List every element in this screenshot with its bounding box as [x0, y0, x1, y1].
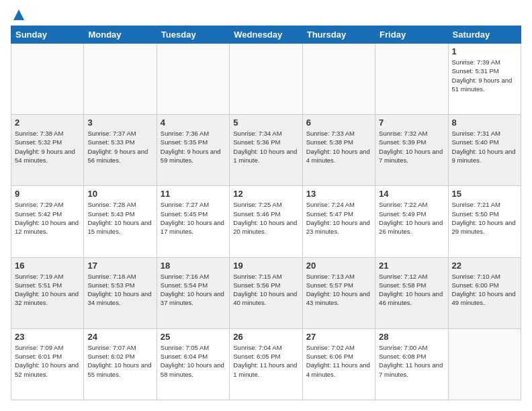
- day-info: Sunrise: 7:39 AM Sunset: 5:31 PM Dayligh…: [452, 58, 517, 93]
- calendar-cell: 17Sunrise: 7:18 AM Sunset: 5:53 PM Dayli…: [84, 257, 157, 328]
- logo: [11, 11, 26, 19]
- day-info: Sunrise: 7:15 AM Sunset: 5:56 PM Dayligh…: [233, 272, 298, 308]
- day-number: 18: [161, 261, 226, 271]
- day-number: 9: [15, 189, 80, 199]
- day-info: Sunrise: 7:05 AM Sunset: 6:04 PM Dayligh…: [161, 343, 226, 379]
- day-number: 12: [233, 189, 298, 199]
- day-info: Sunrise: 7:00 AM Sunset: 6:08 PM Dayligh…: [379, 343, 444, 379]
- calendar-cell: 9Sunrise: 7:29 AM Sunset: 5:42 PM Daylig…: [11, 186, 84, 257]
- calendar-day-header: Wednesday: [230, 26, 302, 44]
- day-info: Sunrise: 7:09 AM Sunset: 6:01 PM Dayligh…: [15, 343, 80, 379]
- calendar-cell: 19Sunrise: 7:15 AM Sunset: 5:56 PM Dayli…: [230, 257, 302, 328]
- calendar-cell: 10Sunrise: 7:28 AM Sunset: 5:43 PM Dayli…: [84, 186, 157, 257]
- calendar-cell: 20Sunrise: 7:13 AM Sunset: 5:57 PM Dayli…: [302, 257, 375, 328]
- calendar-cell: [84, 44, 157, 115]
- calendar-cell: [230, 44, 302, 115]
- calendar-cell: 3Sunrise: 7:37 AM Sunset: 5:33 PM Daylig…: [84, 115, 157, 186]
- day-info: Sunrise: 7:12 AM Sunset: 5:58 PM Dayligh…: [379, 272, 444, 308]
- day-info: Sunrise: 7:28 AM Sunset: 5:43 PM Dayligh…: [87, 200, 152, 236]
- day-number: 2: [15, 118, 80, 128]
- calendar-week-row: 2Sunrise: 7:38 AM Sunset: 5:32 PM Daylig…: [11, 115, 521, 186]
- calendar-cell: [375, 44, 448, 115]
- day-number: 3: [87, 118, 152, 128]
- day-number: 4: [161, 118, 226, 128]
- day-info: Sunrise: 7:24 AM Sunset: 5:47 PM Dayligh…: [306, 200, 371, 236]
- day-info: Sunrise: 7:16 AM Sunset: 5:54 PM Dayligh…: [161, 272, 226, 308]
- calendar-day-header: Saturday: [448, 26, 521, 44]
- day-info: Sunrise: 7:13 AM Sunset: 5:57 PM Dayligh…: [306, 272, 371, 308]
- day-number: 16: [15, 261, 80, 271]
- svg-marker-0: [13, 9, 24, 20]
- day-info: Sunrise: 7:32 AM Sunset: 5:39 PM Dayligh…: [379, 129, 444, 165]
- calendar-day-header: Monday: [84, 26, 157, 44]
- day-info: Sunrise: 7:07 AM Sunset: 6:02 PM Dayligh…: [87, 343, 152, 379]
- calendar-cell: 26Sunrise: 7:04 AM Sunset: 6:05 PM Dayli…: [230, 328, 302, 400]
- day-number: 24: [87, 332, 152, 342]
- calendar-cell: [448, 328, 521, 400]
- day-number: 28: [379, 332, 444, 342]
- calendar-day-header: Tuesday: [157, 26, 229, 44]
- day-number: 15: [452, 189, 517, 199]
- day-number: 17: [87, 261, 152, 271]
- day-number: 5: [233, 118, 298, 128]
- calendar-cell: 12Sunrise: 7:25 AM Sunset: 5:46 PM Dayli…: [230, 186, 302, 257]
- day-info: Sunrise: 7:10 AM Sunset: 6:00 PM Dayligh…: [452, 272, 517, 308]
- day-info: Sunrise: 7:25 AM Sunset: 5:46 PM Dayligh…: [233, 200, 298, 236]
- day-info: Sunrise: 7:27 AM Sunset: 5:45 PM Dayligh…: [161, 200, 226, 236]
- calendar-cell: 24Sunrise: 7:07 AM Sunset: 6:02 PM Dayli…: [84, 328, 157, 400]
- day-number: 19: [233, 261, 298, 271]
- calendar-table: SundayMondayTuesdayWednesdayThursdayFrid…: [11, 26, 521, 400]
- day-info: Sunrise: 7:33 AM Sunset: 5:38 PM Dayligh…: [306, 129, 371, 165]
- calendar-day-header: Friday: [375, 26, 448, 44]
- day-number: 22: [452, 261, 517, 271]
- day-number: 6: [306, 118, 371, 128]
- day-info: Sunrise: 7:34 AM Sunset: 5:36 PM Dayligh…: [233, 129, 298, 165]
- calendar-cell: 11Sunrise: 7:27 AM Sunset: 5:45 PM Dayli…: [157, 186, 229, 257]
- calendar-cell: 21Sunrise: 7:12 AM Sunset: 5:58 PM Dayli…: [375, 257, 448, 328]
- logo-icon: [12, 8, 26, 21]
- calendar-week-row: 16Sunrise: 7:19 AM Sunset: 5:51 PM Dayli…: [11, 257, 521, 328]
- calendar-cell: 7Sunrise: 7:32 AM Sunset: 5:39 PM Daylig…: [375, 115, 448, 186]
- page: SundayMondayTuesdayWednesdayThursdayFrid…: [0, 0, 532, 411]
- calendar-header-row: SundayMondayTuesdayWednesdayThursdayFrid…: [11, 26, 521, 44]
- calendar-cell: 5Sunrise: 7:34 AM Sunset: 5:36 PM Daylig…: [230, 115, 302, 186]
- day-info: Sunrise: 7:36 AM Sunset: 5:35 PM Dayligh…: [161, 129, 226, 165]
- header: [11, 11, 521, 19]
- calendar-cell: 14Sunrise: 7:22 AM Sunset: 5:49 PM Dayli…: [375, 186, 448, 257]
- day-number: 1: [452, 46, 517, 56]
- calendar-cell: 18Sunrise: 7:16 AM Sunset: 5:54 PM Dayli…: [157, 257, 229, 328]
- day-number: 20: [306, 261, 371, 271]
- calendar-cell: 1Sunrise: 7:39 AM Sunset: 5:31 PM Daylig…: [448, 44, 521, 115]
- day-info: Sunrise: 7:37 AM Sunset: 5:33 PM Dayligh…: [87, 129, 152, 165]
- day-number: 26: [233, 332, 298, 342]
- day-number: 10: [87, 189, 152, 199]
- calendar-week-row: 9Sunrise: 7:29 AM Sunset: 5:42 PM Daylig…: [11, 186, 521, 257]
- calendar-cell: 15Sunrise: 7:21 AM Sunset: 5:50 PM Dayli…: [448, 186, 521, 257]
- day-number: 14: [379, 189, 444, 199]
- calendar-cell: 23Sunrise: 7:09 AM Sunset: 6:01 PM Dayli…: [11, 328, 84, 400]
- day-number: 11: [161, 189, 226, 199]
- calendar-cell: [302, 44, 375, 115]
- calendar-cell: 8Sunrise: 7:31 AM Sunset: 5:40 PM Daylig…: [448, 115, 521, 186]
- calendar-cell: 2Sunrise: 7:38 AM Sunset: 5:32 PM Daylig…: [11, 115, 84, 186]
- calendar-cell: 13Sunrise: 7:24 AM Sunset: 5:47 PM Dayli…: [302, 186, 375, 257]
- day-info: Sunrise: 7:04 AM Sunset: 6:05 PM Dayligh…: [233, 343, 298, 379]
- day-number: 25: [161, 332, 226, 342]
- day-info: Sunrise: 7:29 AM Sunset: 5:42 PM Dayligh…: [15, 200, 80, 236]
- calendar-cell: 6Sunrise: 7:33 AM Sunset: 5:38 PM Daylig…: [302, 115, 375, 186]
- calendar-cell: 16Sunrise: 7:19 AM Sunset: 5:51 PM Dayli…: [11, 257, 84, 328]
- calendar-cell: 4Sunrise: 7:36 AM Sunset: 5:35 PM Daylig…: [157, 115, 229, 186]
- calendar-cell: 28Sunrise: 7:00 AM Sunset: 6:08 PM Dayli…: [375, 328, 448, 400]
- calendar-day-header: Sunday: [11, 26, 84, 44]
- day-info: Sunrise: 7:21 AM Sunset: 5:50 PM Dayligh…: [452, 200, 517, 236]
- day-number: 7: [379, 118, 444, 128]
- day-info: Sunrise: 7:18 AM Sunset: 5:53 PM Dayligh…: [87, 272, 152, 308]
- calendar-week-row: 1Sunrise: 7:39 AM Sunset: 5:31 PM Daylig…: [11, 44, 521, 115]
- calendar-cell: [157, 44, 229, 115]
- calendar-cell: 25Sunrise: 7:05 AM Sunset: 6:04 PM Dayli…: [157, 328, 229, 400]
- day-info: Sunrise: 7:19 AM Sunset: 5:51 PM Dayligh…: [15, 272, 80, 308]
- day-number: 13: [306, 189, 371, 199]
- calendar-day-header: Thursday: [302, 26, 375, 44]
- calendar-cell: 22Sunrise: 7:10 AM Sunset: 6:00 PM Dayli…: [448, 257, 521, 328]
- day-info: Sunrise: 7:02 AM Sunset: 6:06 PM Dayligh…: [306, 343, 371, 379]
